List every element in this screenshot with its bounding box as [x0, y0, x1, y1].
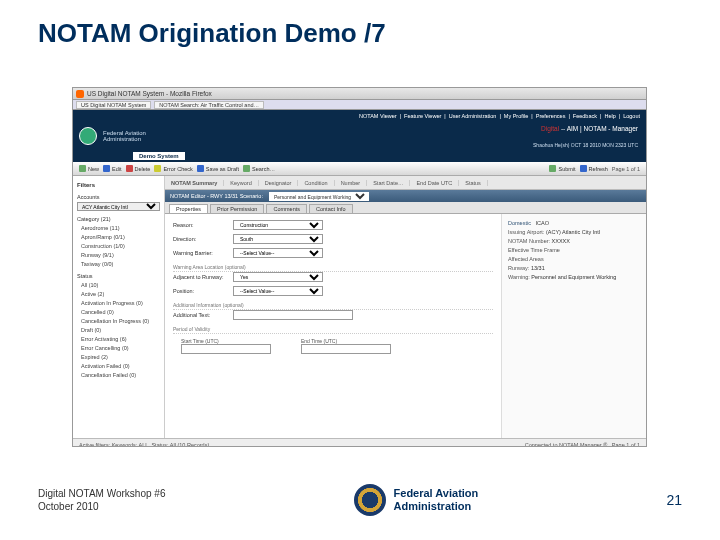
faa-logo-icon [79, 127, 97, 145]
domestic-link[interactable]: Domestic [508, 220, 531, 226]
summary-title: NOTAM Summary [165, 180, 224, 186]
addtext-label: Additional Text: [173, 312, 233, 318]
active-filters-text: Active filters: Keywords: ALL, Status: A… [79, 442, 209, 448]
status-item[interactable]: Activation In Progress (0) [77, 299, 160, 308]
status-item[interactable]: Cancellation Failed (0) [77, 371, 160, 380]
col[interactable]: Keyword [224, 180, 258, 186]
tab-contactinfo[interactable]: Contact Info [309, 204, 353, 213]
app-status-bar: Active filters: Keywords: ALL, Status: A… [73, 438, 646, 447]
section-location: Warning Area Location (optional) [173, 264, 493, 272]
accounts-label: Accounts [77, 193, 160, 202]
screenshot-window: US Digital NOTAM System - Mozilla Firefo… [72, 87, 647, 447]
cat-item[interactable]: Construction (1/0) [77, 242, 160, 251]
new-button[interactable]: New [79, 165, 99, 172]
position-label: Position: [173, 288, 233, 294]
reason-select[interactable]: Construction [233, 220, 323, 230]
tab-comments[interactable]: Comments [266, 204, 307, 213]
editor-title: NOTAM Editor - RWY 13/31 Scenario: [170, 193, 263, 199]
editor-header: NOTAM Editor - RWY 13/31 Scenario: Perso… [165, 190, 646, 202]
barrier-select[interactable]: --Select Value-- [233, 248, 323, 258]
submit-button[interactable]: Submit [549, 165, 575, 172]
end-input[interactable] [301, 344, 391, 354]
section-period: Period of Validity [173, 326, 493, 334]
form-left: Reason:Construction Direction:South Warn… [165, 214, 501, 438]
page-number: 21 [666, 492, 682, 508]
edit-button[interactable]: Edit [103, 165, 121, 172]
start-input[interactable] [181, 344, 271, 354]
col[interactable]: Designator [259, 180, 299, 186]
position-select[interactable]: --Select Value-- [233, 286, 323, 296]
link-feedback[interactable]: Feedback [573, 113, 597, 119]
header-org: Federal AviationAdministration [103, 130, 146, 142]
adjacent-select[interactable]: Yes [233, 272, 323, 282]
delete-button[interactable]: Delete [126, 165, 151, 172]
account-select[interactable]: ACY Atlantic City Intl [77, 202, 160, 211]
errorcheck-button[interactable]: Error Check [154, 165, 192, 172]
link-logout[interactable]: Logout [623, 113, 640, 119]
filters-title: Filters [77, 181, 160, 190]
editor-tabs: Properties Prior Permission Comments Con… [165, 202, 646, 214]
browser-tabs: US Digital NOTAM System NOTAM Search: Ai… [73, 100, 646, 110]
status-item[interactable]: All (10) [77, 281, 160, 290]
col[interactable]: Condition [298, 180, 334, 186]
tab-properties[interactable]: Properties [169, 204, 208, 213]
page-text: Page 1 of 1 [612, 442, 640, 448]
status-label: Status [77, 272, 160, 281]
top-link-bar: NOTAM Viewer| Feature Viewer| User Admin… [73, 110, 646, 122]
browser-titlebar: US Digital NOTAM System - Mozilla Firefo… [73, 88, 646, 100]
link-prefs[interactable]: Preferences [536, 113, 566, 119]
link-help[interactable]: Help [604, 113, 615, 119]
firefox-icon [76, 90, 84, 98]
summary-header: NOTAM Summary Keyword Designator Conditi… [165, 176, 646, 190]
direction-label: Direction: [173, 236, 233, 242]
status-item[interactable]: Activation Failed (0) [77, 362, 160, 371]
slide-title: NOTAM Origination Demo /7 [0, 0, 720, 49]
status-item[interactable]: Cancellation In Progress (0) [77, 317, 160, 326]
slide-footer: Digital NOTAM Workshop #6 October 2010 F… [0, 484, 720, 516]
status-item[interactable]: Draft (0) [77, 326, 160, 335]
link-useradmin[interactable]: User Administration [449, 113, 497, 119]
scenario-select[interactable]: Personnel and Equipment Working [269, 192, 369, 201]
status-item[interactable]: Expired (2) [77, 353, 160, 362]
col[interactable]: Number [335, 180, 368, 186]
col[interactable]: Status [459, 180, 488, 186]
tab-priorpermission[interactable]: Prior Permission [210, 204, 264, 213]
cat-item[interactable]: Apron/Ramp (0/1) [77, 233, 160, 242]
cat-item[interactable]: Runway (9/1) [77, 251, 160, 260]
link-notamviewer[interactable]: NOTAM Viewer [359, 113, 397, 119]
section-additional: Additional Information (optional) [173, 302, 493, 310]
icao-link[interactable]: ICAO [536, 220, 549, 226]
footer-line1: Digital NOTAM Workshop #6 [38, 487, 165, 500]
col[interactable]: Start Date… [367, 180, 410, 186]
toolbar: New Edit Delete Error Check Save as Draf… [73, 162, 646, 176]
adjacent-label: Adjacent to Runway: [173, 274, 233, 280]
status-item[interactable]: Error Activating (6) [77, 335, 160, 344]
tab-1[interactable]: US Digital NOTAM System [76, 101, 151, 109]
brand-text: Digital -- AIM | NOTAM - Manager [541, 125, 638, 132]
right-info-panel: Domestic ICAO Issuing Airport: (ACY) Atl… [501, 214, 646, 438]
status-item[interactable]: Cancelled (0) [77, 308, 160, 317]
search-button[interactable]: Search… [243, 165, 275, 172]
session-info: Shaohua He(sh) OCT 18 2010 MON 2323 UTC [533, 142, 638, 148]
col[interactable]: End Date UTC [410, 180, 459, 186]
app-header: Federal AviationAdministration Digital -… [73, 122, 646, 150]
refresh-button[interactable]: Refresh [580, 165, 608, 172]
window-title: US Digital NOTAM System - Mozilla Firefo… [87, 90, 212, 97]
demo-system-tab[interactable]: Demo System [133, 152, 185, 160]
savedraft-button[interactable]: Save as Draft [197, 165, 239, 172]
link-featureviewer[interactable]: Feature Viewer [404, 113, 441, 119]
tab-2[interactable]: NOTAM Search: Air Traffic Control and… [154, 101, 264, 109]
status-item[interactable]: Active (2) [77, 290, 160, 299]
cat-item[interactable]: Taxiway (0/0) [77, 260, 160, 269]
link-myprofile[interactable]: My Profile [504, 113, 528, 119]
cat-item[interactable]: Aerodrome (11) [77, 224, 160, 233]
faa-seal-icon [354, 484, 386, 516]
footer-line2: October 2010 [38, 500, 165, 513]
direction-select[interactable]: South [233, 234, 323, 244]
barrier-label: Warning Barrier: [173, 250, 233, 256]
filters-panel: Filters Accounts ACY Atlantic City Intl … [73, 176, 165, 438]
faa-text: Federal AviationAdministration [394, 487, 479, 513]
demo-tab-row: Demo System [73, 150, 646, 162]
addtext-input[interactable] [233, 310, 353, 320]
status-item[interactable]: Error Cancelling (0) [77, 344, 160, 353]
